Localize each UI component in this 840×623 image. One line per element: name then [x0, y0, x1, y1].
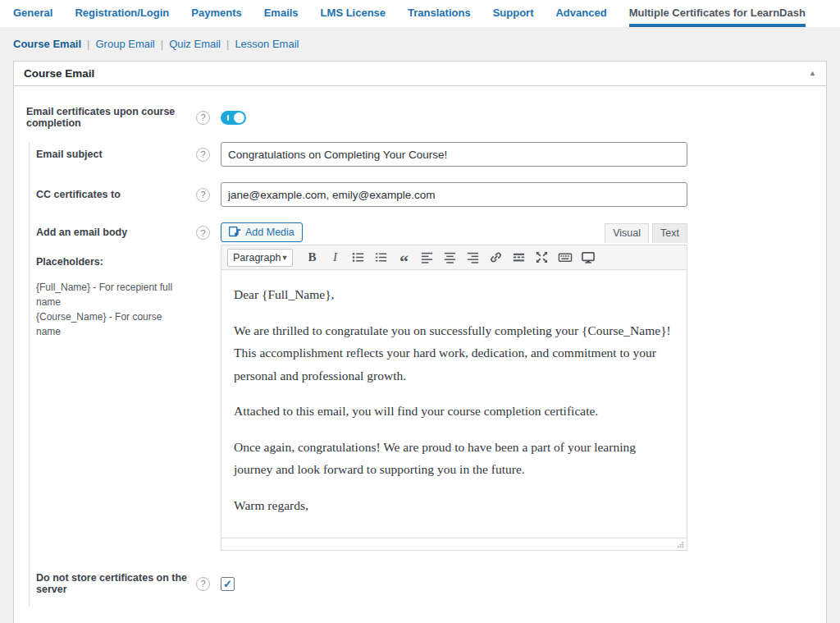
- editor-frame: Paragraph ▼ B I “: [221, 245, 687, 551]
- blockquote-button[interactable]: “: [394, 249, 414, 267]
- placeholder-course-name: {Course_Name} - For course name: [36, 309, 188, 339]
- align-center-button[interactable]: [440, 249, 460, 267]
- panel-header: Course Email ▲: [14, 62, 826, 86]
- email-paragraph: Once again, congratulations! We are prou…: [234, 436, 674, 481]
- help-icon[interactable]: ?: [196, 148, 210, 162]
- placeholders-list: {Full_Name} - For recepient full name {C…: [36, 280, 188, 339]
- numbered-list-button[interactable]: [371, 249, 391, 267]
- help-icon[interactable]: ?: [196, 226, 210, 240]
- email-body-editor-content[interactable]: Dear {Full_Name}, We are thrilled to con…: [221, 270, 687, 538]
- tab-support[interactable]: Support: [493, 0, 534, 27]
- tab-payments[interactable]: Payments: [191, 0, 241, 27]
- email-type-subnav: Course Email|Group Email|Quiz Email|Less…: [0, 27, 840, 57]
- tab-translations[interactable]: Translations: [408, 0, 471, 27]
- placeholders-title: Placeholders:: [36, 256, 188, 268]
- text-tab[interactable]: Text: [652, 223, 687, 243]
- align-left-button[interactable]: [417, 249, 437, 267]
- email-paragraph: Dear {Full_Name},: [234, 283, 674, 306]
- align-right-button[interactable]: [463, 249, 483, 267]
- email-paragraph: John Doe: [234, 530, 674, 538]
- settings-tabbar: General Registration/Login Payments Emai…: [0, 0, 840, 27]
- email-paragraph: Attached to this email, you will find yo…: [234, 400, 674, 423]
- add-media-label: Add Media: [245, 227, 294, 238]
- store-certificates-row: Do not store certificates on the server …: [36, 572, 814, 595]
- paragraph-format-select[interactable]: Paragraph ▼: [227, 249, 293, 267]
- cc-certificates-row: CC certificates to ?: [36, 182, 814, 207]
- collapse-panel-icon[interactable]: ▲: [809, 70, 816, 77]
- tab-general[interactable]: General: [13, 0, 52, 27]
- tab-advanced[interactable]: Advanced: [555, 0, 606, 27]
- panel-title: Course Email: [24, 67, 94, 80]
- distraction-free-button[interactable]: [532, 249, 552, 267]
- toggle-on-indicator: [227, 115, 229, 121]
- dependent-fields-group: Email subject ? CC certificates to ? Add…: [29, 142, 814, 607]
- toggle-knob: [234, 112, 244, 123]
- email-body-label-column: Add an email body Placeholders: {Full_Na…: [36, 222, 196, 339]
- checkmark-icon: ✓: [223, 578, 232, 590]
- toolbar-toggle-button[interactable]: [555, 249, 575, 267]
- format-selected-value: Paragraph: [233, 252, 281, 263]
- bold-button[interactable]: B: [302, 249, 322, 267]
- email-subject-label: Email subject: [36, 149, 196, 160]
- email-subject-row: Email subject ?: [36, 142, 814, 167]
- placeholder-full-name: {Full_Name} - For recepient full name: [36, 280, 188, 309]
- editor-toolbar: Paragraph ▼ B I “: [221, 245, 687, 270]
- media-icon: [229, 227, 241, 237]
- wp-editor: Add Media Visual Text Paragraph ▼: [221, 222, 687, 551]
- subnav-separator: |: [87, 38, 89, 50]
- resize-grip-icon[interactable]: [676, 540, 685, 549]
- tab-multiple-certificates[interactable]: Multiple Certificates for LearnDash: [629, 0, 806, 27]
- editor-top-bar: Add Media Visual Text: [221, 222, 687, 242]
- insert-link-button[interactable]: [486, 249, 506, 267]
- subnav-separator: |: [226, 38, 229, 50]
- cc-certificates-input[interactable]: [221, 182, 687, 207]
- fullscreen-button[interactable]: [578, 249, 598, 267]
- store-certificates-label: Do not store certificates on the server: [36, 572, 196, 595]
- email-body-label: Add an email body: [36, 222, 188, 238]
- editor-mode-tabs: Visual Text: [601, 223, 687, 242]
- subnav-quiz-email[interactable]: Quiz Email: [169, 38, 221, 50]
- help-icon[interactable]: ?: [196, 188, 210, 202]
- tab-lms-license[interactable]: LMS License: [321, 0, 386, 27]
- subnav-course-email[interactable]: Course Email: [13, 38, 81, 50]
- email-certificates-toggle[interactable]: [221, 111, 246, 125]
- email-subject-input[interactable]: [221, 142, 687, 167]
- read-more-tag-button[interactable]: [509, 249, 529, 267]
- store-certificates-checkbox[interactable]: ✓: [221, 577, 235, 591]
- italic-button[interactable]: I: [325, 249, 345, 267]
- help-icon[interactable]: ?: [196, 111, 210, 125]
- cc-certificates-label: CC certificates to: [36, 189, 196, 200]
- tab-registration-login[interactable]: Registration/Login: [75, 0, 169, 27]
- tab-emails[interactable]: Emails: [264, 0, 299, 27]
- course-email-panel: Course Email ▲ Email certificates upon c…: [13, 61, 827, 623]
- editor-statusbar: [221, 538, 687, 550]
- add-media-button[interactable]: Add Media: [221, 222, 303, 242]
- email-certificates-toggle-label: Email certificates upon course completio…: [26, 106, 196, 129]
- help-icon[interactable]: ?: [196, 577, 210, 591]
- subnav-separator: |: [161, 38, 163, 50]
- chevron-down-icon: ▼: [281, 254, 288, 262]
- subnav-lesson-email[interactable]: Lesson Email: [235, 38, 299, 50]
- email-certificates-toggle-row: Email certificates upon course completio…: [26, 106, 814, 129]
- placeholders-block: Placeholders: {Full_Name} - For recepien…: [36, 256, 188, 339]
- subnav-group-email[interactable]: Group Email: [95, 38, 154, 50]
- visual-tab[interactable]: Visual: [605, 223, 649, 243]
- email-paragraph: Warm regards,: [234, 494, 674, 517]
- panel-body: Email certificates upon course completio…: [14, 86, 826, 623]
- bulleted-list-button[interactable]: [348, 249, 368, 267]
- email-body-row: Add an email body Placeholders: {Full_Na…: [36, 222, 814, 551]
- email-paragraph: We are thrilled to congratulate you on s…: [234, 319, 674, 387]
